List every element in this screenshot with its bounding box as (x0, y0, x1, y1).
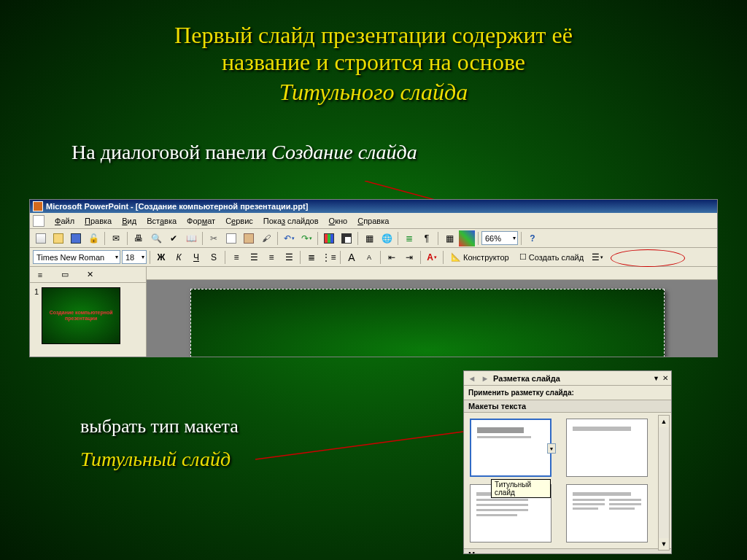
separator (340, 251, 341, 264)
separator (380, 251, 381, 264)
menu-edit[interactable]: Правка (80, 215, 116, 227)
body-intro-em: Создание слайда (271, 141, 417, 163)
layout-title-slide[interactable]: ▼ (470, 419, 551, 477)
pane-back-icon[interactable]: ◄ (467, 373, 477, 384)
separator (300, 251, 301, 264)
thumbnail-title: Создание компьютерной презентации (48, 310, 114, 321)
italic-button[interactable]: К (171, 249, 187, 265)
thumbnail-row: 1 Создание компьютерной презентации (34, 287, 142, 344)
align-center-button[interactable]: ☰ (246, 249, 262, 265)
permission-button[interactable]: 🔓 (85, 230, 101, 246)
align-left-button[interactable]: ≡ (228, 249, 244, 265)
powerpoint-window: Microsoft PowerPoint - [Создание компьют… (29, 199, 718, 357)
align-right-button[interactable]: ≡ (263, 249, 279, 265)
pane-scrollbar[interactable]: ▲ ▼ (658, 415, 670, 551)
separator (438, 232, 438, 245)
menu-tools[interactable]: Сервис (221, 215, 258, 227)
scroll-down-icon[interactable]: ▼ (659, 538, 669, 550)
separator (398, 232, 398, 245)
pane-tabs: ≡ ▭ ✕ (30, 267, 146, 283)
menu-file[interactable]: Файл (50, 215, 79, 227)
slide-thumbnail[interactable]: Создание компьютерной презентации (42, 287, 120, 344)
zoom-combo[interactable]: 66% (481, 231, 518, 245)
separator (478, 232, 479, 245)
pane-dropdown-icon[interactable]: ▼ (653, 375, 659, 382)
menu-help[interactable]: Справка (353, 215, 393, 227)
menu-view[interactable]: Вид (117, 215, 141, 227)
open-button[interactable] (50, 230, 66, 246)
layout-title-text[interactable]: Титульный слайд (470, 484, 551, 542)
spelling-button[interactable]: ✔ (166, 230, 182, 246)
design-button[interactable]: 📐 Конструктор (446, 249, 514, 265)
pane-close-icon[interactable]: ✕ (662, 374, 668, 382)
insert-hyperlink-button[interactable]: 🌐 (379, 230, 395, 246)
undo-button[interactable]: ↶▾ (281, 230, 297, 246)
mail-button[interactable]: ✉ (108, 230, 124, 246)
body-intro: На диалоговой панели Создание слайда (71, 141, 747, 164)
paste-button[interactable] (241, 230, 257, 246)
increase-indent-button[interactable]: ⇥ (401, 249, 417, 265)
layout-title-only[interactable] (566, 419, 648, 477)
separator (521, 232, 522, 245)
bullets-button[interactable]: ⋮≡ (321, 249, 337, 265)
print-preview-button[interactable]: 🔍 (148, 230, 164, 246)
insert-chart-button[interactable] (321, 230, 337, 246)
menu-bar: Файл Правка Вид Вставка Формат Сервис По… (30, 213, 717, 229)
redo-button[interactable]: ↷▾ (298, 230, 314, 246)
layout-two-column-text[interactable] (566, 484, 648, 542)
research-button[interactable]: 📖 (183, 230, 199, 246)
save-button[interactable] (68, 230, 84, 246)
decrease-indent-button[interactable]: ⇤ (384, 249, 400, 265)
shadow-button[interactable]: S (206, 249, 222, 265)
toolbar-formatting: Times New Roman 18 Ж К Ч S ≡ ☰ ≡ ☰ ≣ ⋮≡ … (30, 248, 717, 267)
show-grid-button[interactable]: ▦ (441, 230, 457, 246)
powerpoint-icon (33, 201, 43, 211)
underline-button[interactable]: Ч (188, 249, 204, 265)
slides-tab-icon[interactable]: ▭ (59, 270, 71, 280)
bold-button[interactable]: Ж (153, 249, 169, 265)
menu-slideshow[interactable]: Показ слайдов (259, 215, 323, 227)
outline-tab-icon[interactable]: ≡ (34, 270, 46, 280)
horizontal-ruler (147, 267, 717, 280)
font-color-button[interactable]: A▾ (424, 249, 440, 265)
copy-button[interactable] (223, 230, 239, 246)
cut-button[interactable]: ✂ (206, 230, 222, 246)
insert-table-button[interactable] (338, 230, 355, 246)
pane-forward-icon[interactable]: ► (480, 373, 490, 384)
window-titlebar: Microsoft PowerPoint - [Создание компьют… (30, 200, 717, 213)
distributed-button[interactable]: ☰ (281, 249, 297, 265)
pane-close-icon[interactable]: ✕ (84, 270, 96, 280)
title-line-1: Первый слайд презентации содержит её (0, 22, 747, 49)
print-button[interactable]: 🖶 (131, 230, 147, 246)
slide-layout-pane: ◄ ► Разметка слайда ▼ ✕ Применить размет… (463, 370, 672, 554)
decrease-font-button[interactable]: A (361, 249, 377, 265)
tables-borders-button[interactable]: ▦ (361, 230, 377, 246)
increase-font-button[interactable]: A (344, 249, 360, 265)
svg-line-1 (255, 430, 474, 459)
font-size-combo[interactable]: 18 (122, 250, 147, 264)
editing-area: ≡ ▭ ✕ 1 Создание компьютерной презентаци… (30, 267, 717, 357)
format-painter-button[interactable]: 🖌 (258, 230, 274, 246)
toolbar-options-button[interactable]: ☰▾ (589, 249, 605, 265)
menu-insert[interactable]: Вставка (142, 215, 181, 227)
numbering-button[interactable]: ≣ (303, 249, 320, 265)
section-content-layouts: Макеты содержимого (464, 548, 671, 554)
pane-title: Разметка слайда (493, 374, 650, 383)
highlight-ellipse (611, 249, 685, 267)
font-name-combo[interactable]: Times New Roman (33, 250, 120, 264)
menu-window[interactable]: Окно (325, 215, 352, 227)
slide-canvas[interactable] (190, 289, 665, 357)
separator (317, 232, 318, 245)
separator (104, 232, 105, 245)
menu-format[interactable]: Формат (182, 215, 220, 227)
color-grayscale-button[interactable] (459, 230, 475, 246)
help-button[interactable]: ? (525, 230, 541, 246)
scroll-up-icon[interactable]: ▲ (659, 416, 669, 427)
expand-all-button[interactable]: ≣ (401, 230, 417, 246)
separator (357, 232, 358, 245)
pane-subtitle: Применить разметку слайда: (464, 386, 671, 400)
new-slide-button[interactable]: ☐ Создать слайд (515, 249, 588, 265)
layout-options-icon[interactable]: ▼ (547, 443, 556, 454)
new-doc-button[interactable] (33, 230, 49, 246)
show-formatting-button[interactable]: ¶ (419, 230, 435, 246)
